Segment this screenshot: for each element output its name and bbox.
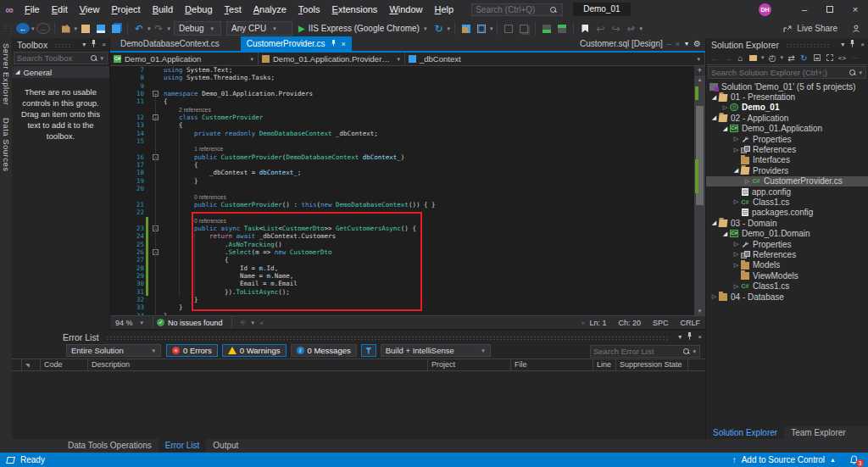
new-project-icon[interactable] [59,20,73,36]
tree-item[interactable]: ▷C#Class1.cs [706,281,868,291]
tree-item[interactable]: ▷Properties [706,239,868,249]
preview-tab-label[interactable]: Customer.sql [Design] [580,39,663,48]
source-control-dropdown[interactable]: ▲ [830,457,836,463]
code-line[interactable]: 17{ [110,161,705,169]
panel-tab-solution-explorer[interactable]: Solution Explorer [706,426,784,439]
navigate-backward-icon[interactable]: ← [16,23,30,34]
tree-item[interactable]: ▷C#CustomerProvider.cs [706,176,868,186]
column-header-project[interactable]: Project [428,359,511,370]
chevron-collapsed-icon[interactable]: ▷ [709,293,719,300]
column-header-description[interactable]: Description [88,359,428,370]
collapse-all-icon[interactable] [811,53,822,63]
code-line[interactable]: 21public CustomerProvider() : this(new D… [110,201,705,208]
schema-compare-icon[interactable] [517,20,531,36]
filter-toggle-button[interactable] [361,344,376,357]
chevron-expanded-icon[interactable]: ◢ [721,125,730,132]
menu-item-edit[interactable]: Edit [46,0,74,19]
tree-item[interactable]: ▷Models [706,260,868,270]
window-position-dropdown-icon[interactable]: ▾ [841,41,844,48]
code-line[interactable]: 30Email = m.Email [110,280,705,287]
zoom-level-dropdown[interactable]: 94 %▾ [110,319,149,327]
pin-icon[interactable] [687,332,693,342]
solution-configuration-dropdown[interactable]: Debug▾ [174,21,221,36]
redo-icon[interactable]: ↷ [153,20,166,36]
home-icon[interactable]: ⌂ [735,53,746,63]
toolbar-drag-handle[interactable]: ⋮⋮ [1,20,14,36]
quick-launch-search[interactable] [471,3,563,16]
code-line[interactable]: 12−class CustomerProvider [110,114,705,121]
column-header-code[interactable]: Code [41,359,88,370]
scroll-left-arrow[interactable]: ◄ [259,320,264,325]
tree-item[interactable]: ◢C#Demo_01.Application [706,124,868,134]
panel-tab-data-tools-operations[interactable]: Data Tools Operations [61,439,159,452]
undo-icon[interactable]: ↶ [132,20,146,36]
tree-item[interactable]: ▷04 - Database [706,292,868,302]
attach-to-process-icon[interactable] [459,20,473,36]
toolbox-search-input[interactable] [17,53,88,63]
pin-icon[interactable] [849,40,855,49]
indent-increase-icon[interactable] [555,20,569,36]
search-options-dropdown[interactable]: ▾ [859,69,862,76]
previous-bookmark-icon[interactable]: ↩ [593,20,607,36]
redo-dropdown[interactable]: ▾ [168,25,171,32]
close-icon[interactable]: × [342,40,346,48]
scroll-up-arrow[interactable]: ▲ [694,75,705,84]
tree-item[interactable]: ◢C#Demo_01.Domain [706,228,868,238]
codelens-row[interactable]: 1 reference [110,145,705,153]
tree-item[interactable]: Solution 'Demo_01' (5 of 5 projects) [706,81,868,92]
code-line[interactable]: 20 [110,185,705,192]
close-icon[interactable]: × [860,41,865,48]
breadcrumb-segment-0[interactable]: C#Demo_01.Application▾ [110,53,259,65]
warnings-filter-button[interactable]: 0 Warnings [222,344,287,357]
switch-views-dropdown[interactable]: ▾ [761,54,765,61]
code-line[interactable]: 34} [110,312,705,315]
pin-icon[interactable] [91,40,97,49]
code-line[interactable]: 33} [110,303,705,311]
start-debugging-button[interactable]: ▶ IIS Express (Google Chrome) ▾ [298,24,427,33]
back-icon[interactable]: ← [709,53,721,63]
next-bookmark-icon[interactable]: ↪ [609,20,622,36]
menu-item-view[interactable]: View [74,0,106,19]
code-line[interactable]: 25.AsNoTracking() [110,241,705,248]
column-header-blank[interactable] [12,359,22,370]
scope-dropdown[interactable]: Entire Solution▾ [66,344,161,357]
chevron-collapsed-icon[interactable]: ▷ [732,283,741,290]
code-line[interactable]: 10−namespace Demo_01.Application.Provide… [110,90,705,97]
messages-filter-button[interactable]: i 0 Messages [291,344,357,357]
menu-item-build[interactable]: Build [147,0,179,19]
close-icon[interactable]: × [698,333,702,341]
code-line[interactable]: 28Id = m.Id, [110,264,705,272]
chevron-collapsed-icon[interactable]: ▷ [732,136,741,142]
tree-item[interactable]: app.config [706,186,868,197]
show-all-files-icon[interactable] [824,53,835,63]
feedback-icon[interactable] [852,25,861,33]
indent-decrease-icon[interactable] [540,20,554,36]
tree-item[interactable]: ▷C#Class1.cs [706,197,868,207]
menu-item-test[interactable]: Test [219,0,248,19]
breadcrumb-segment-1[interactable]: Demo_01.Application.Providers.CustomerPr… [259,53,405,65]
tree-item[interactable]: ◢Providers [706,165,868,175]
code-line[interactable]: 14private readonly DemoDatabaseContext _… [110,130,705,137]
refresh-icon[interactable]: ↻ [798,53,810,63]
tree-item[interactable]: ◢03 - Domain [706,218,868,228]
chevron-collapsed-icon[interactable]: ▷ [732,241,741,247]
open-file-icon[interactable] [79,20,92,36]
browser-link-dropdown[interactable]: ▾ [490,25,493,32]
whitespace-toggle-icon[interactable]: ⎆ [236,314,250,331]
collapse-region-icon[interactable]: − [153,154,159,160]
code-editor[interactable]: 7using System.Text;8using System.Threadi… [110,66,705,315]
tree-item[interactable]: ▷References [706,249,868,259]
save-all-icon[interactable] [109,20,123,36]
maximize-button[interactable] [817,0,843,19]
pending-changes-filter-icon[interactable]: ◴ [767,53,778,63]
code-line[interactable]: 7using System.Text; [110,66,705,74]
quick-launch-input[interactable] [476,5,548,14]
code-line[interactable]: 27{ [110,256,705,264]
pin-icon[interactable]: – [667,40,671,48]
clear-bookmarks-icon[interactable]: ↫ [624,20,637,36]
notifications-bell[interactable]: 3 [849,455,860,465]
chevron-collapsed-icon[interactable]: ▷ [732,262,741,269]
rail-tab-data-sources[interactable]: Data Sources [2,118,11,172]
close-button[interactable]: × [843,0,868,19]
tree-item[interactable]: ◢02 - Application [706,113,868,123]
